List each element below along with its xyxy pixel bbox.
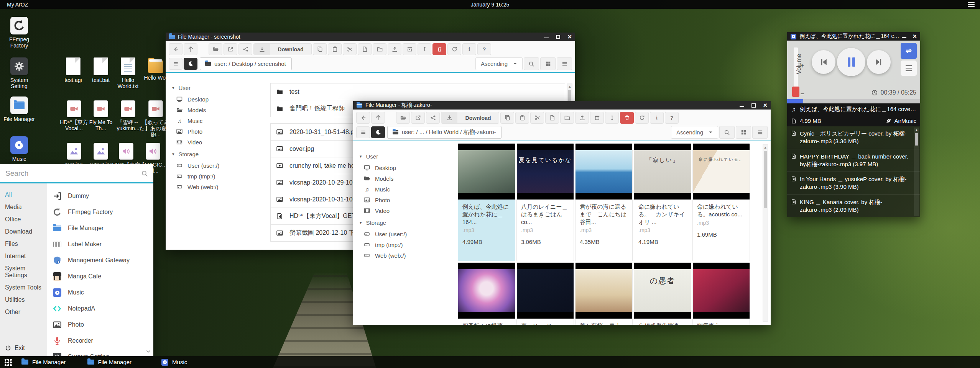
paste-button[interactable] bbox=[328, 43, 342, 55]
sidebar-section-storage[interactable]: ▾Storage bbox=[360, 219, 455, 226]
scrollbar-thumb[interactable] bbox=[915, 133, 918, 146]
new-folder-button[interactable] bbox=[560, 112, 574, 124]
next-track-button[interactable] bbox=[867, 50, 891, 74]
sidebar-item-tmp-drive[interactable]: tmp (tmp:/) bbox=[360, 239, 455, 250]
sidebar-section-storage[interactable]: ▾Storage bbox=[172, 151, 267, 157]
scroll-up-icon[interactable]: ▲ bbox=[567, 84, 572, 89]
sidebar-item-photo[interactable]: Photo bbox=[172, 126, 267, 137]
new-folder-button[interactable] bbox=[373, 43, 386, 55]
help-button[interactable]: ? bbox=[477, 43, 491, 55]
minimize-button[interactable] bbox=[740, 106, 744, 107]
upload-button[interactable] bbox=[388, 43, 401, 55]
sidebar-item-web-drive[interactable]: Web (web:/) bbox=[360, 250, 455, 261]
sidebar-section-user[interactable]: ▾User bbox=[172, 85, 267, 91]
exit-button[interactable]: Exit bbox=[5, 345, 25, 352]
app-item-recorder[interactable]: Recorder bbox=[47, 333, 153, 349]
desktop-icon-ffmpeg[interactable]: FFmpeg Factory bbox=[5, 17, 33, 49]
path-bar[interactable]: user: / ... / Hello World / 柘榴-zakuro- bbox=[387, 126, 502, 139]
menu-icon[interactable] bbox=[968, 2, 975, 7]
open-external-button[interactable] bbox=[224, 43, 237, 55]
sidebar-section-user[interactable]: ▾User bbox=[360, 153, 455, 160]
sidebar-item-tmp-drive[interactable]: tmp (tmp:/) bbox=[172, 171, 267, 182]
file-tile[interactable]: の愚者 忘想感傷代償連明... bbox=[634, 262, 691, 325]
paste-button[interactable] bbox=[515, 112, 529, 124]
scroll-down-icon[interactable] bbox=[146, 348, 151, 354]
open-button[interactable] bbox=[396, 112, 410, 124]
sidebar-item-user-drive[interactable]: User (user:/) bbox=[172, 160, 267, 171]
back-button[interactable] bbox=[356, 112, 370, 124]
delete-button[interactable] bbox=[620, 112, 634, 124]
sidebar-item-web-drive[interactable]: Web (web:/) bbox=[172, 182, 267, 192]
repeat-button[interactable] bbox=[901, 43, 917, 59]
desktop-file-test-bat[interactable]: test.bat bbox=[87, 57, 115, 83]
file-tile[interactable]: 四季折々に揺蕩い... bbox=[458, 262, 515, 325]
app-item-manga-cafe[interactable]: Manga Cafe bbox=[47, 268, 153, 285]
desktop-icon-system-setting[interactable]: System Setting bbox=[5, 57, 33, 89]
category-download[interactable]: Download bbox=[0, 226, 47, 238]
search-input[interactable] bbox=[5, 169, 141, 178]
playlist-item[interactable]: Cynic＿ポリスピカデリー cover. by 柘榴-zakuro-.mp3 … bbox=[787, 126, 920, 149]
list-view-button[interactable] bbox=[557, 57, 572, 70]
list-view-button[interactable] bbox=[752, 126, 768, 139]
playlist-item[interactable]: HAPPY BIRTHDAY ＿ back number cover. by柘榴… bbox=[787, 149, 920, 172]
app-item-dummy[interactable]: Dummy bbox=[47, 188, 153, 204]
dark-mode-button[interactable] bbox=[371, 126, 385, 138]
sidebar-item-video[interactable]: Video bbox=[172, 137, 267, 147]
window-titlebar[interactable]: File Manager - 柘榴-zakuro- × bbox=[353, 101, 771, 110]
category-office[interactable]: Office bbox=[0, 213, 47, 226]
sidebar-item-video[interactable]: Video bbox=[360, 205, 455, 216]
app-item-music[interactable]: Music bbox=[47, 285, 153, 301]
search-files-button[interactable] bbox=[524, 57, 539, 70]
desktop-file-test-agi[interactable]: test.agi bbox=[59, 57, 87, 83]
category-all[interactable]: All bbox=[0, 189, 47, 201]
dark-mode-button[interactable] bbox=[184, 58, 197, 70]
share-button[interactable] bbox=[426, 112, 440, 124]
file-tile[interactable]: 幽霊東京 _ Ayase... bbox=[692, 262, 750, 325]
taskbar-item-file-manager-1[interactable]: File Manager bbox=[21, 359, 66, 365]
playlist-menu-button[interactable] bbox=[901, 61, 917, 76]
maximize-button[interactable] bbox=[751, 103, 756, 108]
volume-minus[interactable]: − bbox=[801, 90, 804, 98]
desktop-icon-music[interactable]: Music bbox=[5, 136, 33, 162]
scrollbar[interactable]: ▲ bbox=[763, 144, 768, 322]
grid-view-button[interactable] bbox=[736, 126, 751, 139]
file-tile[interactable]: 君が夜の海に還るまで＿こんにちは谷田....mp34.35MB bbox=[575, 143, 633, 261]
close-button[interactable]: × bbox=[763, 103, 767, 108]
new-file-button[interactable] bbox=[545, 112, 559, 124]
desktop-file-hello-world-txt[interactable]: Hello World.txt bbox=[114, 57, 142, 89]
open-button[interactable] bbox=[209, 43, 222, 55]
progress-bar[interactable] bbox=[787, 99, 920, 103]
taskbar-item-music[interactable]: Music bbox=[161, 359, 187, 366]
category-utilities[interactable]: Utilities bbox=[0, 294, 47, 306]
playlist-item[interactable]: KING ＿ Kanaria cover. by 柘榴-zakuro-.mp3 … bbox=[787, 195, 920, 218]
desktop-file-video-1[interactable]: HD⁶⁰【東方Vocal... bbox=[60, 100, 88, 131]
archive-button[interactable] bbox=[590, 112, 604, 124]
file-row[interactable]: test bbox=[270, 83, 565, 100]
file-tile[interactable]: 「寂しい」 命に嫌われている。＿カンザキイオリ ....mp34.19MB bbox=[634, 143, 691, 261]
sidebar-item-models[interactable]: Models bbox=[360, 173, 455, 184]
list-menu-button[interactable] bbox=[169, 58, 183, 70]
file-tile[interactable]: 例えば、今此処に置かれた花に＿164....mp34.99MB bbox=[458, 143, 515, 261]
file-tile[interactable]: 夏を見ているかな 八月のレイニー＿はるまきごはん co....mp33.06MB bbox=[516, 143, 574, 261]
desktop-icon-file-manager[interactable]: File Manager bbox=[5, 96, 33, 122]
player-titlebar[interactable]: 例えば、今此処に置かれた花に＿164 c… × bbox=[787, 32, 920, 41]
download-button[interactable]: Download bbox=[253, 43, 312, 55]
playlist-item[interactable]: In Your Hands ＿ yusukeP cover. by 柘榴-zak… bbox=[787, 172, 920, 195]
sidebar-item-music[interactable]: ♫Music bbox=[360, 184, 455, 195]
scrollbar-thumb[interactable] bbox=[764, 151, 767, 208]
file-tile[interactable]: 命に嫌われている。 命に嫌われている。acoustic co....mp31.6… bbox=[692, 143, 750, 261]
app-item-photo[interactable]: Photo bbox=[47, 317, 153, 333]
pause-button[interactable] bbox=[837, 48, 865, 76]
delete-button[interactable] bbox=[432, 43, 446, 55]
help-button[interactable]: ? bbox=[665, 112, 679, 124]
archive-button[interactable] bbox=[403, 43, 416, 55]
download-button[interactable]: Download bbox=[441, 112, 499, 124]
app-item-system-setting[interactable]: System Setting bbox=[47, 349, 153, 356]
search-icon[interactable] bbox=[141, 170, 148, 177]
app-launcher-icon[interactable] bbox=[4, 358, 12, 366]
sidebar-item-desktop[interactable]: Desktop bbox=[172, 94, 267, 105]
sort-order-select[interactable]: Ascending bbox=[475, 57, 523, 70]
category-files[interactable]: Files bbox=[0, 238, 47, 250]
category-other[interactable]: Other bbox=[0, 306, 47, 318]
close-button[interactable]: × bbox=[913, 34, 917, 39]
